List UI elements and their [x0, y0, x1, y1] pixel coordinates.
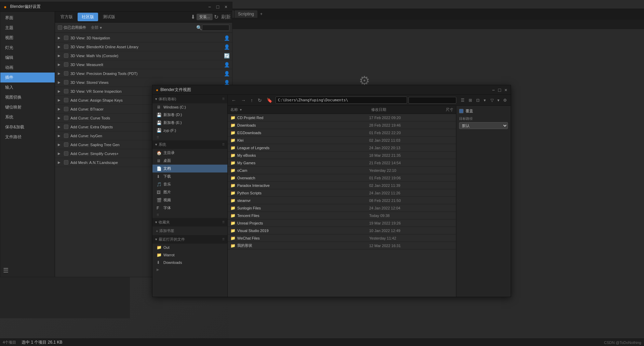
table-row[interactable]: 📁 Overwatch 01 Feb 2022 19:06 [228, 174, 456, 182]
addon-enable-checkbox[interactable] [64, 62, 68, 67]
tab-testing[interactable]: 测试版 [99, 13, 119, 21]
sidebar-item-interface[interactable]: 界面 [0, 13, 55, 23]
tab-scripting[interactable]: Scripting [234, 10, 257, 18]
fb-minimize-button[interactable]: − [492, 87, 495, 93]
table-row[interactable]: 📁 oCam Yesterday 22:10 [228, 167, 456, 174]
expand-icon[interactable]: ▶ [58, 125, 62, 129]
col-size-header[interactable]: 尺寸 [426, 107, 453, 112]
recent-item-warrot[interactable]: 📁 Warrot [152, 251, 227, 259]
expand-icon[interactable]: ▶ [58, 143, 62, 146]
sidebar-item-navigation[interactable]: 视图切换 [0, 92, 55, 102]
expand-icon[interactable]: ▶ [58, 134, 62, 138]
recent-section-header[interactable]: ▾ 最近打开的文件 ⠿ [152, 235, 227, 244]
addon-search-input[interactable] [202, 25, 229, 31]
system-pictures[interactable]: 🖼 图片 [152, 188, 227, 196]
expand-icon[interactable]: ▶ [58, 98, 62, 102]
addon-settings-icon[interactable]: 🔄 [224, 53, 229, 59]
view-dropdown-icon[interactable]: ▾ [482, 97, 487, 104]
file-search-input[interactable] [408, 97, 456, 104]
close-button[interactable]: × [223, 4, 229, 10]
sidebar-item-file-paths[interactable]: 文件路径 [0, 132, 55, 142]
overwrite-checkbox[interactable] [459, 109, 464, 113]
col-date-header[interactable]: 修改日期 [371, 107, 426, 112]
table-row[interactable]: 📁 Paradox Interactive 02 Jan 2022 11:39 [228, 182, 456, 189]
volume-windows-c[interactable]: 🖥 Windows (C:) [152, 103, 227, 111]
table-row[interactable]: 📁 CD Projekt Red 17 Feb 2022 09:20 [228, 114, 456, 121]
table-row[interactable]: 📁 Sunlogin Files 24 Jan 2022 12:04 [228, 204, 456, 212]
addon-enable-checkbox[interactable] [64, 44, 68, 49]
icon-view-button[interactable]: ⊡ [474, 97, 481, 104]
parent-button[interactable]: ↑ [249, 97, 255, 104]
fb-maximize-button[interactable]: □ [498, 87, 501, 93]
path-input[interactable] [276, 97, 407, 104]
table-row[interactable]: 📁 Klei 02 Jan 2022 11:03 [228, 137, 456, 144]
sidebar-item-input[interactable]: 输入 [0, 82, 55, 92]
addon-enable-checkbox[interactable] [64, 116, 68, 120]
addon-enable-checkbox[interactable] [64, 53, 68, 58]
target-path-select[interactable]: 默认 [459, 122, 508, 129]
settings-button[interactable]: ⚙ [501, 97, 509, 104]
addon-enable-checkbox[interactable] [64, 160, 68, 165]
filter-dropdown-icon[interactable]: ▾ [497, 97, 500, 104]
system-documents[interactable]: 📄 文档 [152, 165, 227, 172]
fb-close-button[interactable]: × [505, 87, 507, 93]
expand-icon[interactable]: ▶ [58, 89, 62, 93]
addon-enable-checkbox[interactable] [64, 125, 68, 129]
system-music[interactable]: 🎵 音乐 [152, 180, 227, 188]
expand-icon[interactable]: ▶ [58, 116, 62, 120]
col-name-header[interactable]: 名称 ▾ [230, 107, 371, 112]
table-row[interactable]: 📁 Tencent Files Today 09:38 [228, 212, 456, 219]
table-row[interactable]: 📁 League of Legends 24 Jan 2022 20:13 [228, 144, 456, 152]
table-row[interactable]: 📁 EGDownloads 01 Feb 2022 22:20 [228, 129, 456, 137]
table-row[interactable]: 📁 Downloads 28 Feb 2022 19:46 [228, 121, 456, 129]
refresh-label[interactable]: 刷新 [221, 14, 231, 20]
system-home[interactable]: 🏠 主目录 [152, 149, 227, 157]
expand-icon[interactable]: ▶ [58, 63, 62, 66]
refresh-icon[interactable]: ↻ [214, 14, 218, 20]
bookmark-button[interactable]: 🔖 [265, 97, 274, 104]
sidebar-item-animation[interactable]: 动画 [0, 63, 55, 73]
addon-settings-icon[interactable]: 👤 [224, 35, 229, 41]
table-row[interactable]: 📁 My Games 21 Feb 2022 14:54 [228, 159, 456, 167]
sidebar-item-theme[interactable]: 主题 [0, 23, 55, 33]
volume-d[interactable]: 💾 新加卷 (D:) [152, 111, 227, 119]
expand-icon[interactable]: ▶ [58, 80, 62, 84]
system-fonts[interactable]: F 字体 [152, 204, 227, 212]
addon-enable-checkbox[interactable] [64, 133, 68, 138]
install-button[interactable]: 安装... [197, 14, 213, 20]
addon-enable-checkbox[interactable] [64, 142, 68, 147]
sidebar-item-addons[interactable]: 插件 [0, 73, 55, 82]
maximize-button[interactable]: □ [215, 4, 220, 10]
system-downloads[interactable]: ⬇ 下载 [152, 172, 227, 180]
only-enabled-checkbox[interactable] [58, 25, 62, 30]
sidebar-item-system[interactable]: 系统 [0, 112, 55, 122]
add-workspace-button[interactable]: + [258, 10, 265, 18]
addon-settings-icon[interactable]: 👤 [224, 71, 229, 76]
expand-icon[interactable]: ▶ [58, 72, 62, 75]
sidebar-item-save-load[interactable]: 保存&加载 [0, 122, 55, 132]
sidebar-item-lights[interactable]: 灯光 [0, 43, 55, 53]
expand-icon[interactable]: ▶ [58, 161, 62, 164]
filter-button[interactable]: ▽ [489, 97, 495, 104]
back-button[interactable]: ← [230, 97, 238, 104]
table-row[interactable]: 📁 Unreal Projects 19 Mar 2022 19:26 [228, 219, 456, 227]
volume-e[interactable]: 💾 新加卷 (E:) [152, 119, 227, 127]
refresh-button[interactable]: ↻ [256, 97, 264, 104]
minimize-button[interactable]: − [207, 4, 212, 10]
sidebar-item-keymap[interactable]: 键位映射 [0, 102, 55, 112]
addon-enable-checkbox[interactable] [64, 98, 68, 102]
expand-icon[interactable]: ▶ [58, 107, 62, 111]
table-row[interactable]: 📁 My eBooks 18 Mar 2022 21:35 [228, 152, 456, 159]
addon-enable-checkbox[interactable] [64, 71, 68, 76]
download-icon[interactable]: ⬇ [191, 14, 195, 20]
sidebar-item-viewport[interactable]: 视图 [0, 33, 55, 43]
table-row[interactable]: 📁 WeChat Files Yesterday 11:42 [228, 234, 456, 242]
tab-official[interactable]: 官方版 [56, 13, 77, 21]
system-videos[interactable]: 🎬 视频 [152, 196, 227, 204]
addon-settings-icon[interactable]: 👤 [224, 44, 229, 50]
sidebar-item-editing[interactable]: 编辑 [0, 53, 55, 63]
volumes-section-header[interactable]: ▾ 体积(卷标) ⠿ [152, 95, 227, 103]
addon-settings-icon[interactable]: 👤 [224, 80, 229, 85]
expand-icon[interactable]: ▶ [58, 45, 62, 49]
expand-icon[interactable]: ▶ [58, 36, 62, 40]
